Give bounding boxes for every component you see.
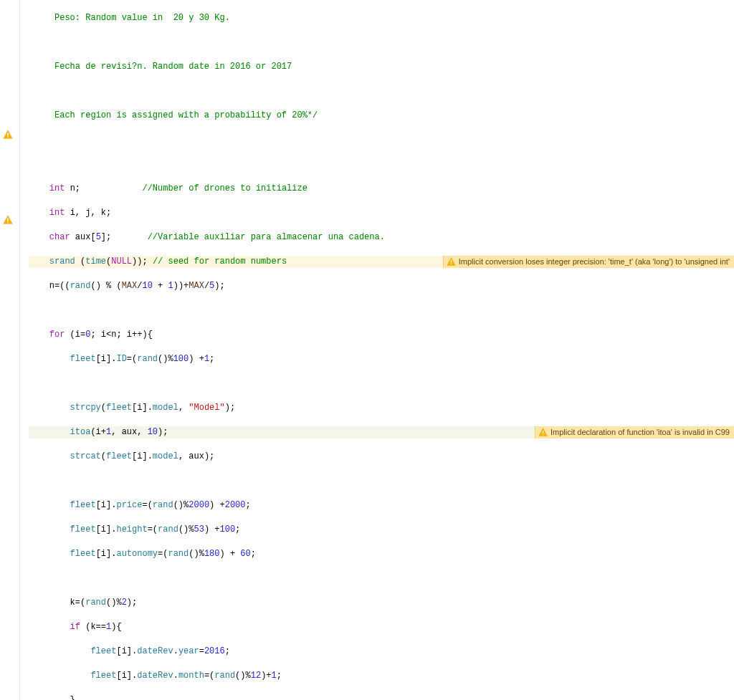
warning-icon [447, 257, 456, 267]
warning-icon [3, 130, 13, 140]
svg-rect-0 [7, 133, 8, 135]
gutter-warning-2[interactable] [3, 215, 14, 226]
gutter [0, 0, 20, 700]
warning-text: Implicit declaration of function 'itoa' … [550, 426, 730, 438]
warning-icon [538, 428, 548, 437]
comment: Fecha de revisi?n. Random date in 2016 o… [54, 62, 292, 72]
warning-icon [3, 215, 13, 225]
svg-rect-2 [7, 218, 8, 221]
svg-rect-6 [543, 431, 543, 433]
svg-rect-3 [7, 222, 8, 223]
code-area[interactable]: Peso: Random value in 20 y 30 Kg. Fecha … [20, 0, 734, 700]
warning-text: Implicit conversion loses integer precis… [459, 256, 730, 268]
comment: Each region is assigned with a probabili… [54, 110, 318, 120]
svg-rect-1 [7, 137, 8, 138]
svg-rect-5 [451, 264, 452, 264]
comment: Peso: Random value in 20 y 30 Kg. [54, 13, 230, 23]
editor: Peso: Random value in 20 y 30 Kg. Fecha … [0, 0, 734, 700]
inline-warning-1[interactable]: Implicit conversion loses integer precis… [443, 256, 734, 268]
svg-rect-7 [543, 434, 543, 435]
gutter-warning-1[interactable] [3, 130, 14, 141]
inline-warning-2[interactable]: Implicit declaration of function 'itoa' … [535, 426, 734, 438]
svg-rect-4 [451, 260, 452, 263]
